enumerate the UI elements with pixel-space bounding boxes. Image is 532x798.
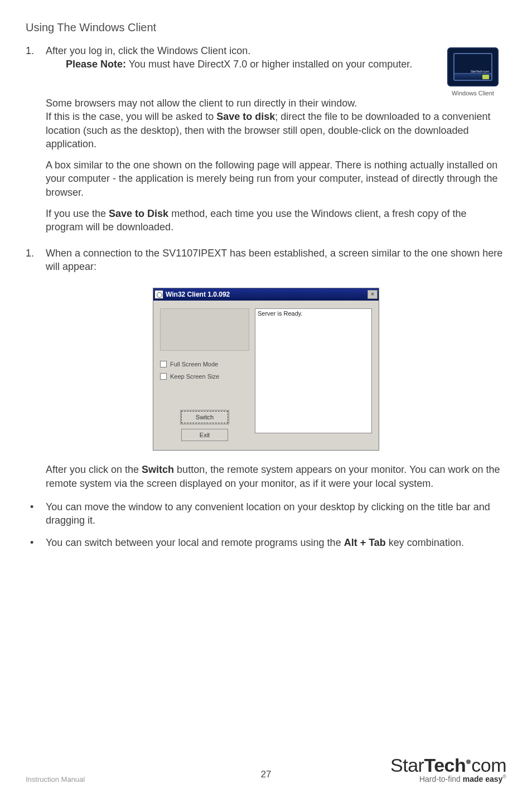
exit-button[interactable]: Exit (181, 429, 228, 441)
step1-p4-pre: If you use the (46, 208, 109, 219)
dialog-preview-area (160, 308, 249, 351)
dialog-app-icon (154, 290, 163, 299)
save-to-disk-method-bold: Save to Disk (109, 208, 168, 219)
bullet2-post: key combination. (386, 537, 464, 548)
after-pre: After you click on the (46, 464, 142, 475)
bullet2-pre: You can switch between your local and re… (46, 537, 344, 548)
keep-screen-size-checkbox[interactable]: Keep Screen Size (160, 373, 249, 380)
logo-registered-icon: ® (502, 774, 506, 780)
footer-left-text: Instruction Manual (26, 775, 85, 784)
dialog-status-text: Server is Ready. (255, 308, 372, 433)
logo-dot-icon (466, 760, 471, 764)
step1-p2a: Some browsers may not allow the client t… (46, 96, 506, 110)
alt-tab-bold: Alt + Tab (344, 537, 386, 548)
step1-para3: A box similar to the one shown on the fo… (46, 158, 506, 199)
win32-client-dialog: Win32 Client 1.0.092 × Full Screen Mode … (153, 288, 379, 451)
checkbox-icon (160, 373, 167, 380)
step1-para4: If you use the Save to Disk method, each… (46, 207, 506, 234)
logo-sub-bold: made easy (463, 775, 503, 784)
please-note-text: You must have DirectX 7.0 or higher inst… (126, 59, 412, 70)
dialog-title-text: Win32 Client 1.0.092 (166, 291, 367, 298)
logo-part-tech: Tech (424, 755, 466, 776)
step-1: After you log in, click the Windows Clie… (26, 44, 439, 71)
switch-bold: Switch (142, 464, 174, 475)
full-screen-mode-checkbox[interactable]: Full Screen Mode (160, 361, 249, 367)
step2-text: When a connection to the SV1107IPEXT has… (46, 248, 502, 272)
page-number: 27 (261, 769, 272, 780)
close-icon[interactable]: × (367, 290, 378, 299)
section-title: Using The Windows Client (26, 21, 506, 34)
startech-logo: StarTechcom Hard-to-find made easy® (390, 755, 506, 784)
bullet-1: You can move the window to any convenien… (26, 500, 506, 528)
please-note-label: Please Note: (66, 59, 126, 70)
logo-sub-pre: Hard-to-find (419, 775, 463, 784)
logo-part-com: com (471, 755, 506, 776)
step-2: When a connection to the SV1107IPEXT has… (26, 246, 506, 274)
switch-button[interactable]: Switch (181, 411, 228, 423)
keep-screen-size-label: Keep Screen Size (170, 373, 219, 380)
full-screen-mode-label: Full Screen Mode (170, 361, 218, 367)
windows-client-caption: Windows Client (452, 90, 494, 96)
windows-client-icon: StarTech.com (447, 47, 499, 86)
step1-line1: After you log in, click the Windows Clie… (46, 44, 439, 57)
save-to-disk-bold: Save to disk (216, 111, 275, 122)
checkbox-icon (160, 361, 167, 367)
step1-para2: Some browsers may not allow the client t… (46, 96, 506, 151)
dialog-title-bar[interactable]: Win32 Client 1.0.092 × (153, 288, 379, 301)
step1-p2b-pre: If this is the case, you will be asked t… (46, 111, 216, 122)
bullet-2: You can switch between your local and re… (26, 536, 506, 549)
logo-part-star: Star (390, 755, 424, 776)
after-dialog-para: After you click on the Switch button, th… (46, 463, 506, 490)
